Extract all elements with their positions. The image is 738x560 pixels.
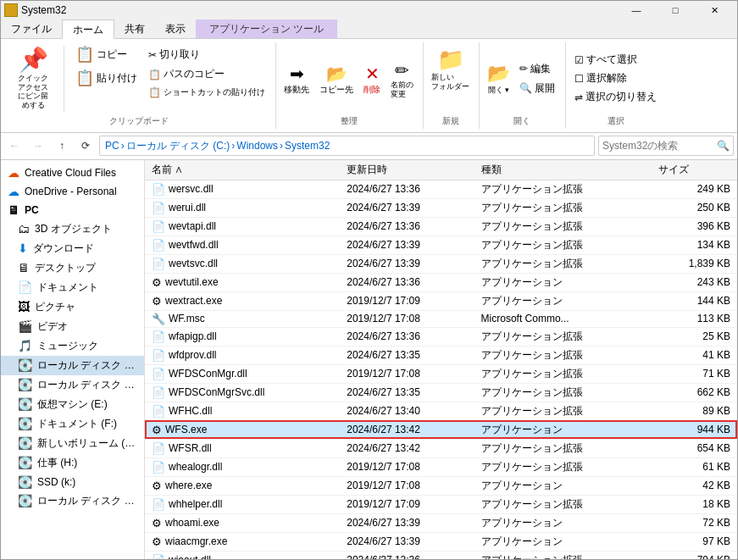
pc-label: PC xyxy=(25,204,39,216)
sidebar-item-work-h[interactable]: 💽 仕事 (H:) xyxy=(1,453,144,473)
invert-select-button[interactable]: ⇌ 選択の切り替え xyxy=(571,88,660,106)
search-box[interactable]: 🔍 xyxy=(598,136,734,156)
table-row[interactable]: 📄wfdprov.dll2024/6/27 13:35アプリケーション拡張41 … xyxy=(145,346,737,364)
sidebar-item-locald[interactable]: 💽 ローカル ディスク (D:) xyxy=(1,375,144,395)
file-name: WFSR.dll xyxy=(169,442,212,454)
path-drive[interactable]: ローカル ディスク (C:) xyxy=(126,139,230,153)
file-name-cell: ⚙wevtutil.exe xyxy=(145,273,340,291)
sidebar-item-pictures[interactable]: 🖼 ピクチャ xyxy=(1,297,144,317)
copy-path-button[interactable]: 📋 パスのコピー xyxy=(145,65,269,83)
sidebar-item-3dobjects[interactable]: 🗂 3D オブジェクト xyxy=(1,219,144,239)
sidebar-item-pc[interactable]: 🖥 PC xyxy=(1,201,144,219)
address-path[interactable]: PC › ローカル ディスク (C:) › Windows › System32 xyxy=(99,136,595,156)
documents-icon: 📄 xyxy=(18,280,32,294)
sidebar-item-doc-f[interactable]: 💽 ドキュメント (F:) xyxy=(1,414,144,434)
deselect-button[interactable]: ☐ 選択解除 xyxy=(571,69,630,87)
select-all-button[interactable]: ☑ すべて選択 xyxy=(571,51,641,69)
table-row[interactable]: 📄wevtsvc.dll2024/6/27 13:39アプリケーション拡張1,8… xyxy=(145,254,737,273)
table-row[interactable]: 📄wfapigp.dll2024/6/27 13:36アプリケーション拡張25 … xyxy=(145,327,737,346)
rename-button[interactable]: ✏ 名前の変更 xyxy=(388,58,416,100)
sidebar-item-ssd-k[interactable]: 💽 SSD (k:) xyxy=(1,473,144,491)
copy-path-icon: 📋 xyxy=(148,69,161,80)
sidebar-item-creative-cloud[interactable]: ☁ Creative Cloud Files xyxy=(1,164,144,182)
table-row[interactable]: 📄whealogr.dll2019/12/7 17:08アプリケーション拡張61… xyxy=(145,457,737,476)
table-row[interactable]: 📄werui.dll2024/6/27 13:39アプリケーション拡張250 K… xyxy=(145,198,737,217)
file-icon: 📄 xyxy=(152,405,165,418)
table-row[interactable]: ⚙wiaacmgr.exe2024/6/27 13:39アプリケーション97 K… xyxy=(145,532,737,551)
quick-access-button[interactable]: 📌 クイック アクセスにピン留めする xyxy=(9,44,57,114)
file-name: wfdprov.dll xyxy=(169,349,216,361)
table-row[interactable]: 📄WFDSConMgr.dll2019/12/7 17:08アプリケーション拡張… xyxy=(145,364,737,383)
table-row[interactable]: 📄wevtapi.dll2024/6/27 13:36アプリケーション拡張396… xyxy=(145,217,737,236)
move-button[interactable]: ➡ 移動先 xyxy=(281,61,312,97)
path-windows[interactable]: Windows xyxy=(236,140,278,152)
copy-to-button[interactable]: 📂 コピー先 xyxy=(317,61,356,97)
copy-button[interactable]: 📋 コピー xyxy=(71,44,141,66)
back-button[interactable]: ← xyxy=(4,136,25,156)
minimize-button[interactable]: — xyxy=(617,1,656,19)
paste-shortcut-button[interactable]: 📋 ショートカットの貼り付け xyxy=(145,85,269,100)
sidebar-item-local-k2[interactable]: 💽 ローカル ディスク (K:) xyxy=(1,491,144,511)
paste-button[interactable]: 📋 貼り付け xyxy=(71,68,141,90)
localc-icon: 💽 xyxy=(18,358,32,372)
file-name-cell: 📄wevtfwd.dll xyxy=(145,236,340,254)
sidebar-item-desktop[interactable]: 🖥 デスクトップ xyxy=(1,258,144,278)
file-size-cell: 1,839 KB xyxy=(652,254,737,273)
sidebar-item-virt-e[interactable]: 💽 仮想マシン (E:) xyxy=(1,395,144,414)
edit-button[interactable]: ✏ 編集 xyxy=(516,60,558,78)
file-list[interactable]: 名前 ∧ 更新日時 種類 サイズ 📄wersvc.dll2024/6/27 13… xyxy=(145,160,737,560)
doc-f-icon: 💽 xyxy=(18,417,32,430)
expand-button[interactable]: 🔍 展開 xyxy=(516,80,558,97)
table-row[interactable]: 📄WFHC.dll2024/6/27 13:40アプリケーション拡張89 KB xyxy=(145,402,737,420)
search-input[interactable] xyxy=(602,140,715,152)
delete-icon: ✕ xyxy=(365,64,380,84)
sidebar-item-localc[interactable]: 💽 ローカル ディスク (C:) xyxy=(1,356,144,375)
path-pc[interactable]: PC xyxy=(105,140,119,152)
tab-file[interactable]: ファイル xyxy=(1,19,62,38)
sidebar-item-vol-g[interactable]: 💽 新しいボリューム (G:) xyxy=(1,434,144,453)
table-row[interactable]: 📄whhelper.dll2019/12/7 17:09アプリケーション拡張18… xyxy=(145,495,737,513)
new-folder-button[interactable]: 📁 新しいフォルダー xyxy=(429,44,472,92)
tab-share[interactable]: 共有 xyxy=(114,19,155,38)
file-icon: 📄 xyxy=(152,442,165,455)
col-size[interactable]: サイズ xyxy=(652,160,737,180)
table-row[interactable]: 📄wevtfwd.dll2024/6/27 13:39アプリケーション拡張134… xyxy=(145,236,737,254)
up-button[interactable]: ↑ xyxy=(52,136,72,156)
sidebar-item-onedrive[interactable]: ☁ OneDrive - Personal xyxy=(1,182,144,201)
sidebar-item-documents[interactable]: 📄 ドキュメント xyxy=(1,278,144,297)
file-date-cell: 2019/12/7 17:08 xyxy=(340,364,474,383)
table-row[interactable]: ⚙WFS.exe2024/6/27 13:42アプリケーション944 KB xyxy=(145,420,737,439)
forward-button[interactable]: → xyxy=(28,136,48,156)
open-button[interactable]: 📂 開く ▾ xyxy=(485,60,513,97)
file-size-cell: 42 KB xyxy=(652,476,737,495)
cut-button[interactable]: ✂ 切り取り xyxy=(145,46,269,64)
file-name-cell: 📄WFHC.dll xyxy=(145,402,340,420)
delete-button[interactable]: ✕ 削除 xyxy=(361,61,383,97)
close-button[interactable]: ✕ xyxy=(695,1,734,19)
sidebar-item-music[interactable]: 🎵 ミュージック xyxy=(1,336,144,356)
file-date-cell: 2024/6/27 13:36 xyxy=(340,551,474,560)
file-type-cell: アプリケーション xyxy=(474,476,652,495)
table-row[interactable]: ⚙wevtutil.exe2024/6/27 13:36アプリケーション243 … xyxy=(145,273,737,291)
table-row[interactable]: 📄WFDSConMgrSvc.dll2024/6/27 13:35アプリケーショ… xyxy=(145,383,737,402)
table-row[interactable]: 📄WFSR.dll2024/6/27 13:42アプリケーション拡張654 KB xyxy=(145,439,737,457)
tab-view[interactable]: 表示 xyxy=(155,19,196,38)
col-type[interactable]: 種類 xyxy=(474,160,652,180)
table-row[interactable]: ⚙wextract.exe2019/12/7 17:09アプリケーション144 … xyxy=(145,291,737,310)
col-name[interactable]: 名前 ∧ xyxy=(145,160,340,180)
table-row[interactable]: 📄wiaaut.dll2024/6/27 13:36アプリケーション拡張794 … xyxy=(145,551,737,560)
file-name-cell: ⚙wiaacmgr.exe xyxy=(145,532,340,551)
ribbon-group-clipboard: 📌 クイック アクセスにピン留めする 📋 コピー 📋 貼り付け xyxy=(6,42,276,129)
sidebar-item-videos[interactable]: 🎬 ビデオ xyxy=(1,317,144,336)
tab-home[interactable]: ホーム xyxy=(62,19,114,39)
table-row[interactable]: ⚙where.exe2019/12/7 17:08アプリケーション42 KB xyxy=(145,476,737,495)
col-date[interactable]: 更新日時 xyxy=(340,160,474,180)
table-row[interactable]: 📄wersvc.dll2024/6/27 13:36アプリケーション拡張249 … xyxy=(145,180,737,198)
sidebar-item-downloads[interactable]: ⬇ ダウンロード xyxy=(1,239,144,258)
refresh-button[interactable]: ⟳ xyxy=(75,136,96,156)
table-row[interactable]: 🔧WF.msc2019/12/7 17:08Microsoft Commo...… xyxy=(145,310,737,327)
maximize-button[interactable]: □ xyxy=(656,1,695,19)
table-row[interactable]: ⚙whoami.exe2024/6/27 13:39アプリケーション72 KB xyxy=(145,513,737,532)
path-system32[interactable]: System32 xyxy=(285,140,330,152)
tab-apptools[interactable]: アプリケーション ツール xyxy=(196,19,337,38)
